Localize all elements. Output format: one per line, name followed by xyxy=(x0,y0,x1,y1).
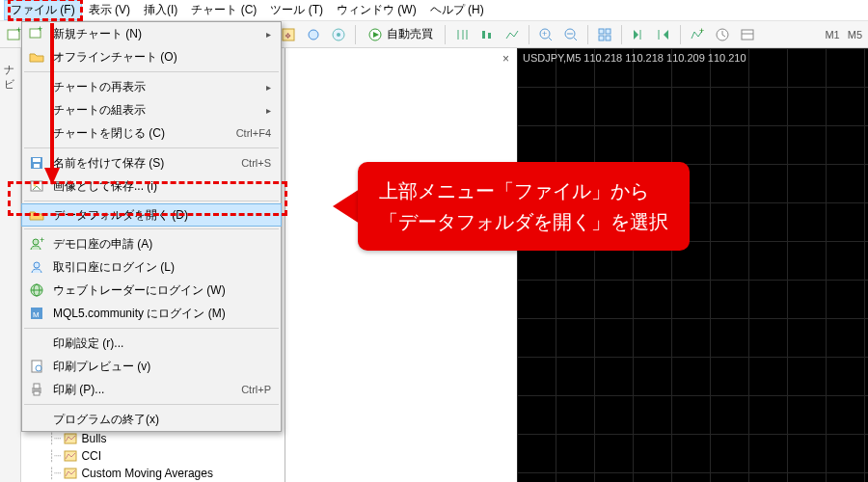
zoom-in-button[interactable]: + xyxy=(535,24,556,45)
login-icon xyxy=(28,259,45,275)
menu-item-demo-account[interactable]: + デモ口座の申請 (A) xyxy=(22,232,281,255)
menu-item-label: 画像として保存... (i) xyxy=(53,178,271,195)
svg-line-25 xyxy=(549,38,552,40)
menubar: ファイル (F) 表示 (V) 挿入(I) チャート (C) ツール (T) ウ… xyxy=(0,0,868,21)
indicators-button[interactable]: + xyxy=(687,24,708,45)
menu-item-shortcut: Ctrl+P xyxy=(241,384,271,395)
tree-item-label: Custom Moving Averages xyxy=(81,467,213,480)
save-icon xyxy=(28,155,45,171)
indicator-icon xyxy=(64,467,77,480)
periods-button[interactable] xyxy=(712,24,733,45)
tile-button[interactable] xyxy=(594,24,615,45)
menu-item-webtrader-login[interactable]: ウェブトレーダーにログイン (W) xyxy=(22,279,281,302)
scroll-button[interactable] xyxy=(628,24,649,45)
menu-item-open-data-folder[interactable]: データフォルダを開く (D) xyxy=(21,203,282,227)
callout-line2: 「データフォルダを開く」を選択 xyxy=(379,206,668,237)
navigator-tab-label[interactable]: ナビ xyxy=(0,52,18,88)
submenu-arrow-icon: ▸ xyxy=(266,82,271,93)
menu-tools[interactable]: ツール (T) xyxy=(263,0,330,20)
menu-item-mql5-login[interactable]: M MQL5.community にログイン (M) xyxy=(22,302,281,325)
autotrade-button[interactable]: 自動売買 xyxy=(362,24,439,45)
menu-item-reopen-chart[interactable]: チャートの再表示 ▸ xyxy=(22,75,281,98)
tree-item[interactable]: ┊┈CCI xyxy=(48,447,213,465)
svg-point-50 xyxy=(34,184,37,187)
svg-rect-42 xyxy=(742,30,753,40)
menu-item-print-setup[interactable]: 印刷設定 (r)... xyxy=(22,332,281,355)
svg-rect-30 xyxy=(599,29,604,34)
svg-point-14 xyxy=(309,30,318,40)
candles-button[interactable] xyxy=(476,24,498,45)
menu-item-shortcut: Ctrl+S xyxy=(241,157,271,169)
shift-button[interactable] xyxy=(653,24,674,45)
menu-item-login-account[interactable]: 取引口座にログイン (L) xyxy=(22,255,281,279)
menu-item-label: 取引口座にログイン (L) xyxy=(53,259,271,276)
indicator-icon xyxy=(64,449,77,463)
menu-item-offline-chart[interactable]: オフラインチャート (O) xyxy=(22,45,281,68)
svg-rect-32 xyxy=(599,36,604,40)
autotrade-label: 自動売買 xyxy=(387,26,433,42)
fullscreen-button[interactable] xyxy=(328,24,349,45)
close-tab-icon[interactable]: × xyxy=(502,52,509,66)
menu-item-label: プログラムの終了(x) xyxy=(53,412,271,428)
bars-button[interactable] xyxy=(451,24,473,45)
svg-line-28 xyxy=(574,38,577,40)
timeframe-m1[interactable]: M1 xyxy=(823,29,841,40)
svg-text:+: + xyxy=(542,29,547,39)
tree-item[interactable]: ┊┈Custom Moving Averages xyxy=(48,465,213,482)
menu-item-label: ウェブトレーダーにログイン (W) xyxy=(53,282,271,299)
svg-rect-62 xyxy=(34,384,40,388)
community-icon: M xyxy=(28,306,45,321)
menu-insert[interactable]: 挿入(I) xyxy=(137,0,184,20)
web-login-icon xyxy=(28,282,45,298)
menu-item-close-chart[interactable]: チャートを閉じる (C) Ctrl+F4 xyxy=(22,121,281,145)
navigator-sidebar: ナビ xyxy=(0,48,21,482)
menu-item-save-image[interactable]: 画像として保存... (i) xyxy=(22,174,281,198)
svg-marker-34 xyxy=(634,30,638,40)
svg-point-51 xyxy=(33,239,39,245)
templates-button[interactable] xyxy=(737,24,758,45)
menu-help[interactable]: ヘルプ (H) xyxy=(423,0,491,20)
annotation-callout: 上部メニュー「ファイル」から 「データフォルダを開く」を選択 xyxy=(333,162,690,251)
price-chart[interactable]: USDJPY,M5 110.218 110.218 110.209 110.21… xyxy=(517,48,868,482)
menu-file[interactable]: ファイル (F) xyxy=(4,0,82,20)
callout-box: 上部メニュー「ファイル」から 「データフォルダを開く」を選択 xyxy=(358,162,690,251)
image-save-icon xyxy=(28,178,45,194)
svg-text:+: + xyxy=(40,236,44,245)
menu-item-label: データフォルダを開く (D) xyxy=(53,207,271,224)
menu-item-label: チャートを閉じる (C) xyxy=(53,125,229,142)
menu-item-save-as[interactable]: 名前を付けて保存 (S) Ctrl+S xyxy=(22,151,281,174)
menu-item-exit[interactable]: プログラムの終了(x) xyxy=(22,408,281,431)
svg-text:M: M xyxy=(33,310,40,319)
menu-view[interactable]: 表示 (V) xyxy=(82,0,137,20)
svg-rect-23 xyxy=(488,33,491,39)
folder-open-icon xyxy=(28,49,45,65)
svg-rect-47 xyxy=(33,158,41,162)
menu-item-print[interactable]: 印刷 (P)... Ctrl+P xyxy=(22,378,281,401)
menu-window[interactable]: ウィンドウ (W) xyxy=(330,0,423,20)
tree-item-label: CCI xyxy=(81,449,101,463)
menu-item-label: MQL5.community にログイン (M) xyxy=(53,306,271,322)
menu-item-new-chart[interactable]: + 新規チャート (N) ▸ xyxy=(22,22,281,45)
svg-text:❖: ❖ xyxy=(285,32,291,40)
menu-item-label: チャートの再表示 xyxy=(53,79,258,95)
menu-chart[interactable]: チャート (C) xyxy=(184,0,263,20)
menu-item-chart-profile[interactable]: チャートの組表示 ▸ xyxy=(22,98,281,121)
svg-rect-33 xyxy=(606,36,610,40)
menu-item-label: 名前を付けて保存 (S) xyxy=(53,155,233,172)
zoom-out-button[interactable] xyxy=(560,24,582,45)
svg-rect-22 xyxy=(482,31,485,39)
menu-item-label: 印刷 (P)... xyxy=(53,382,233,398)
timeframe-m5[interactable]: M5 xyxy=(846,29,864,40)
menu-item-label: チャートの組表示 xyxy=(53,102,258,119)
line-button[interactable] xyxy=(502,24,523,45)
options-button[interactable] xyxy=(303,24,324,45)
callout-line1: 上部メニュー「ファイル」から xyxy=(379,175,668,206)
tree-item[interactable]: ┊┈Bulls xyxy=(48,430,213,447)
submenu-arrow-icon: ▸ xyxy=(266,29,271,40)
svg-rect-63 xyxy=(34,391,40,395)
account-plus-icon: + xyxy=(28,236,45,252)
chart-ticker: USDJPY,M5 110.218 110.218 110.209 110.21… xyxy=(523,52,746,64)
chart-grid xyxy=(517,48,868,482)
chart-tabbar: × xyxy=(285,48,517,482)
menu-item-print-preview[interactable]: 印刷プレビュー (v) xyxy=(22,355,281,378)
